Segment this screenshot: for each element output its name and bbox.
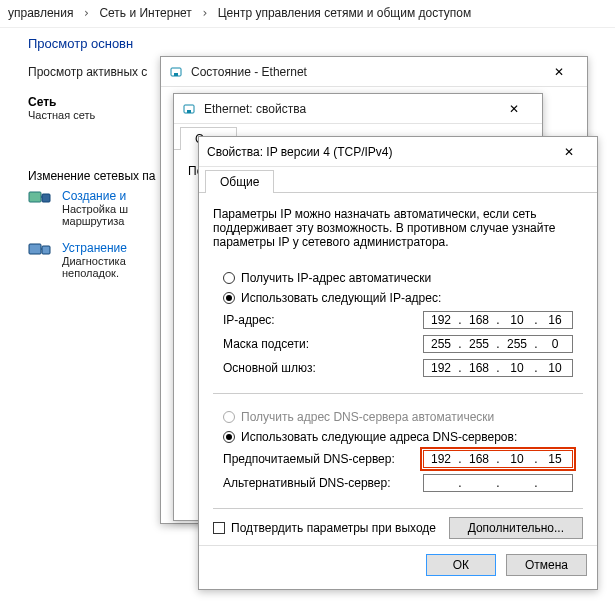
radio-icon (223, 272, 235, 284)
checkbox-icon (213, 522, 225, 534)
ip-address-label: IP-адрес: (223, 313, 423, 327)
trouble-desc-1: Диагностика (62, 255, 127, 267)
ok-button[interactable]: ОК (426, 554, 496, 576)
radio-label: Использовать следующий IP-адрес: (241, 291, 441, 305)
svg-rect-0 (29, 192, 41, 202)
gateway-label: Основной шлюз: (223, 361, 423, 375)
create-desc-2: маршрутиза (62, 215, 128, 227)
radio-label: Получить адрес DNS-сервера автоматически (241, 410, 494, 424)
radio-ip-manual[interactable]: Использовать следующий IP-адрес: (223, 291, 573, 305)
network-wizard-icon (28, 189, 52, 209)
create-link-text: Создание и (62, 189, 128, 203)
gateway-field[interactable]: 192. 168. 10. 10 (423, 359, 573, 377)
ethernet-icon (169, 65, 183, 79)
ip-address-field[interactable]: 192. 168. 10. 16 (423, 311, 573, 329)
trouble-link-text: Устранение (62, 241, 127, 255)
window-ipv4-properties: Свойства: IP версии 4 (TCP/IPv4) ✕ Общие… (198, 136, 598, 590)
window-title: Свойства: IP версии 4 (TCP/IPv4) (207, 145, 541, 159)
subnet-mask-field[interactable]: 255. 255. 255. 0 (423, 335, 573, 353)
radio-label: Использовать следующие адреса DNS-сервер… (241, 430, 517, 444)
close-icon[interactable]: ✕ (549, 140, 589, 164)
radio-dns-auto: Получить адрес DNS-сервера автоматически (223, 410, 573, 424)
tab-general[interactable]: Общие (205, 170, 274, 193)
alternate-dns-field[interactable]: . . . (423, 474, 573, 492)
radio-icon (223, 292, 235, 304)
checkbox-label: Подтвердить параметры при выходе (231, 521, 436, 535)
alternate-dns-label: Альтернативный DNS-сервер: (223, 476, 423, 490)
troubleshoot-icon (28, 241, 52, 261)
ethernet-icon (182, 102, 196, 116)
intro-text: Параметры IP можно назначать автоматичес… (213, 207, 583, 249)
crumb-sep-icon: › (77, 6, 96, 20)
preferred-dns-field[interactable]: 192. 168. 10. 15 (423, 450, 573, 468)
svg-rect-5 (174, 73, 178, 76)
preferred-dns-label: Предпочитаемый DNS-сервер: (223, 452, 423, 466)
trouble-desc-2: неполадок. (62, 267, 127, 279)
create-desc-1: Настройка ш (62, 203, 128, 215)
subnet-mask-label: Маска подсети: (223, 337, 423, 351)
crumb-c[interactable]: Центр управления сетями и общим доступом (218, 6, 472, 20)
radio-icon (223, 411, 235, 423)
cancel-button[interactable]: Отмена (506, 554, 587, 576)
validate-checkbox[interactable]: Подтвердить параметры при выходе (213, 521, 449, 535)
radio-icon (223, 431, 235, 443)
radio-dns-manual[interactable]: Использовать следующие адреса DNS-сервер… (223, 430, 573, 444)
crumb-sep-icon: › (195, 6, 214, 20)
svg-rect-1 (42, 194, 50, 202)
close-icon[interactable]: ✕ (494, 97, 534, 121)
window-title: Ethernet: свойства (204, 102, 486, 116)
close-icon[interactable]: ✕ (539, 60, 579, 84)
svg-rect-7 (187, 110, 191, 113)
breadcrumb: управления › Сеть и Интернет › Центр упр… (0, 0, 615, 28)
svg-rect-3 (42, 246, 50, 254)
radio-label: Получить IP-адрес автоматически (241, 271, 431, 285)
window-title: Состояние - Ethernet (191, 65, 531, 79)
advanced-button[interactable]: Дополнительно... (449, 517, 583, 539)
radio-ip-auto[interactable]: Получить IP-адрес автоматически (223, 271, 573, 285)
crumb-b[interactable]: Сеть и Интернет (99, 6, 191, 20)
page-title: Просмотр основн (28, 36, 588, 51)
svg-rect-2 (29, 244, 41, 254)
crumb-a[interactable]: управления (8, 6, 73, 20)
